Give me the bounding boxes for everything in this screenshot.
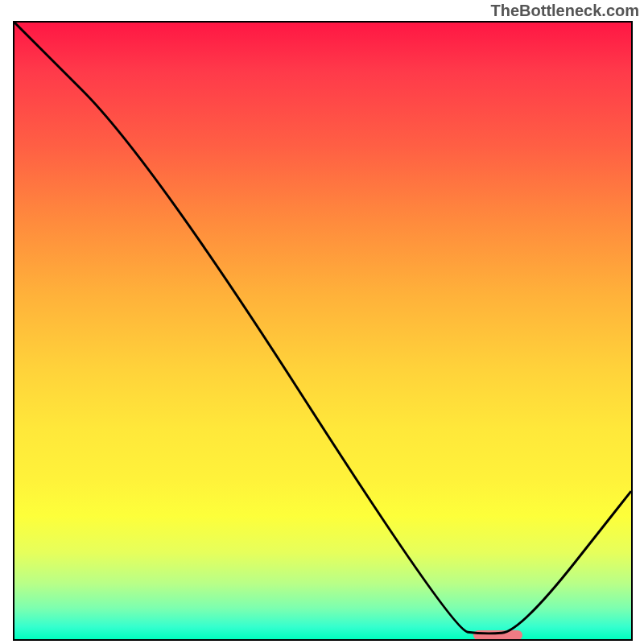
plot-area bbox=[13, 21, 633, 641]
bottleneck-curve bbox=[14, 23, 631, 634]
curve-svg bbox=[14, 23, 631, 639]
chart-container: TheBottleneck.com bbox=[0, 0, 644, 644]
watermark-text: TheBottleneck.com bbox=[491, 2, 639, 20]
